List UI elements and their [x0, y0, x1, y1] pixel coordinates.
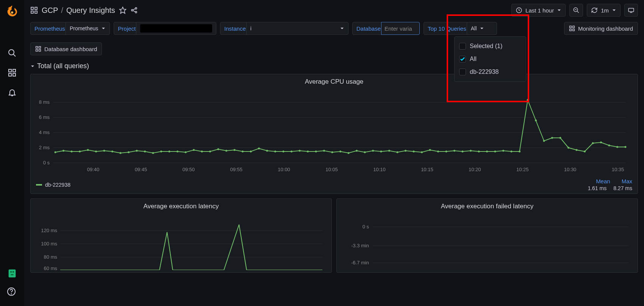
- svg-point-106: [535, 120, 537, 122]
- monitoring-dashboard-link[interactable]: Monitoring dashboard: [564, 22, 638, 35]
- svg-rect-27: [628, 8, 634, 12]
- svg-point-50: [79, 151, 81, 153]
- chevron-down-icon: [30, 64, 35, 69]
- svg-point-76: [291, 151, 292, 153]
- svg-rect-15: [31, 11, 33, 13]
- legend-stat-head-mean[interactable]: Mean: [596, 178, 610, 184]
- svg-rect-35: [36, 50, 38, 52]
- dropdown-item-all[interactable]: All: [455, 53, 526, 66]
- svg-point-87: [380, 151, 382, 153]
- cycle-view-icon[interactable]: [624, 4, 638, 17]
- svg-text:10:10: 10:10: [373, 167, 386, 172]
- breadcrumb-page[interactable]: Query Insights: [66, 6, 115, 15]
- svg-point-57: [136, 150, 138, 152]
- database-dashboard-link[interactable]: Database dashboard: [30, 42, 102, 55]
- sidebar-nav: [0, 0, 24, 306]
- checkbox-icon[interactable]: [459, 43, 466, 50]
- svg-point-72: [258, 148, 260, 150]
- svg-point-114: [600, 142, 602, 144]
- star-icon[interactable]: [119, 6, 127, 14]
- panel-legend: db-222938 Mean Max 1.61 ms 8.27 ms: [34, 176, 634, 191]
- profile-icon[interactable]: [7, 268, 17, 279]
- svg-text:0 s: 0 s: [43, 160, 50, 165]
- svg-point-100: [486, 151, 488, 153]
- svg-point-97: [462, 151, 464, 153]
- row-total-all-queries[interactable]: Total (all queries): [30, 58, 638, 74]
- svg-point-53: [103, 150, 105, 152]
- svg-rect-31: [570, 29, 572, 31]
- svg-point-88: [388, 150, 390, 152]
- variable-bar: Prometheus Prometheus Project Instance i…: [24, 20, 644, 58]
- svg-point-62: [177, 151, 178, 153]
- svg-point-105: [527, 99, 529, 101]
- share-icon[interactable]: [130, 6, 138, 14]
- legend-series-name[interactable]: db-222938: [45, 182, 70, 188]
- checkbox-checked-icon[interactable]: [459, 56, 466, 62]
- svg-point-117: [625, 146, 627, 148]
- panel-avg-exec-latency[interactable]: Average execution latency 120 ms 100 ms …: [30, 198, 332, 273]
- svg-point-94: [437, 151, 439, 153]
- svg-rect-33: [36, 47, 38, 48]
- svg-point-52: [95, 151, 97, 153]
- svg-line-21: [133, 9, 136, 10]
- svg-text:120 ms: 120 ms: [41, 228, 57, 233]
- var-database-input[interactable]: [381, 22, 420, 35]
- svg-point-69: [234, 149, 236, 151]
- legend-stat-mean: 1.61 ms: [588, 185, 606, 191]
- svg-text:09:40: 09:40: [87, 167, 100, 172]
- var-prometheus-select[interactable]: Prometheus: [66, 22, 110, 35]
- svg-text:09:45: 09:45: [135, 167, 147, 172]
- timepicker[interactable]: Last 1 hour: [511, 4, 566, 17]
- svg-text:10:00: 10:00: [278, 167, 290, 172]
- svg-point-86: [372, 150, 374, 152]
- svg-text:09:50: 09:50: [183, 167, 195, 172]
- breadcrumb-sep: /: [61, 6, 63, 15]
- var-top10-label: Top 10 Queries: [424, 22, 470, 35]
- var-project-select[interactable]: [136, 22, 216, 35]
- svg-text:10:25: 10:25: [516, 167, 529, 172]
- svg-point-64: [193, 149, 195, 151]
- svg-point-82: [339, 151, 341, 153]
- search-icon[interactable]: [8, 48, 17, 58]
- var-prometheus-label: Prometheus: [30, 22, 69, 35]
- svg-point-59: [152, 152, 154, 154]
- help-icon[interactable]: [7, 287, 17, 298]
- svg-point-51: [87, 149, 89, 151]
- svg-point-93: [429, 149, 431, 151]
- refresh-button[interactable]: 1m: [587, 4, 621, 17]
- panel-avg-cpu[interactable]: Average CPU usage 8 ms 6 ms 4 ms 2 ms 0 …: [30, 74, 638, 194]
- svg-text:6 ms: 6 ms: [39, 114, 50, 120]
- svg-text:4 ms: 4 ms: [39, 130, 50, 135]
- svg-point-65: [201, 151, 203, 153]
- svg-text:10:15: 10:15: [421, 167, 433, 172]
- svg-point-95: [445, 151, 447, 153]
- dashboards-grid-icon[interactable]: [30, 6, 38, 14]
- breadcrumb-folder[interactable]: GCP: [42, 6, 58, 15]
- alerting-icon[interactable]: [8, 88, 17, 97]
- panel-title: Average execution failed latency: [341, 203, 634, 210]
- svg-rect-29: [570, 26, 572, 28]
- svg-point-60: [160, 151, 162, 153]
- var-top10-select[interactable]: All: [467, 22, 497, 35]
- dropdown-selected-summary[interactable]: Selected (1): [455, 40, 526, 53]
- legend-stat-head-max[interactable]: Max: [622, 178, 632, 184]
- svg-point-66: [209, 151, 211, 153]
- var-instance-select[interactable]: i: [246, 22, 349, 35]
- svg-point-55: [120, 152, 122, 154]
- svg-point-12: [11, 294, 12, 294]
- svg-point-103: [511, 151, 513, 153]
- zoom-out-button[interactable]: [569, 4, 583, 17]
- dropdown-item-db-222938[interactable]: db-222938: [455, 66, 526, 78]
- checkbox-icon[interactable]: [459, 69, 466, 75]
- svg-point-112: [584, 151, 586, 153]
- dashboards-icon[interactable]: [8, 68, 17, 77]
- svg-point-1: [9, 50, 14, 55]
- legend-stat-max: 8.27 ms: [613, 185, 632, 191]
- topbar: GCP / Query Insights Last 1 hour 1m: [24, 0, 644, 20]
- panel-avg-exec-failed-latency[interactable]: Average execution failed latency 0 s -3.…: [336, 198, 638, 273]
- svg-line-22: [133, 11, 136, 12]
- breadcrumb: GCP / Query Insights: [42, 6, 115, 15]
- grafana-logo[interactable]: [5, 5, 19, 18]
- svg-line-25: [577, 11, 579, 13]
- database-dropdown: Selected (1) All db-222938: [454, 36, 526, 82]
